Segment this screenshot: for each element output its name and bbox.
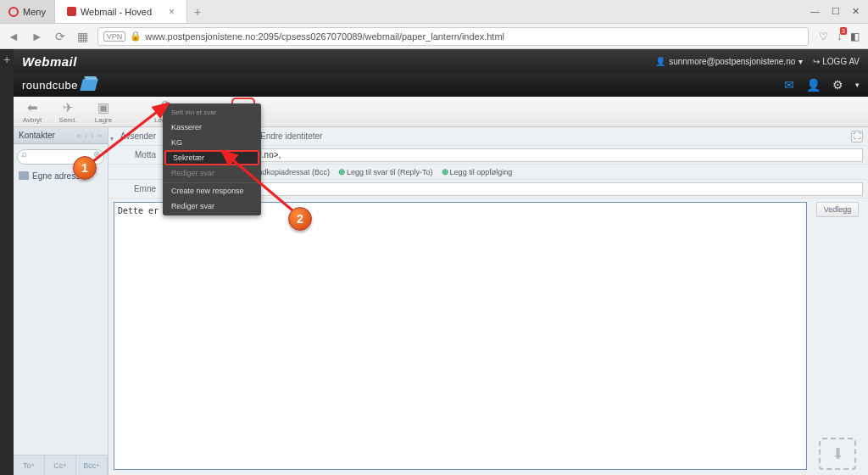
recipient-type-footer: To+ Cc+ Bcc+ bbox=[14, 455, 108, 475]
downloads-icon[interactable]: ↓3 bbox=[837, 31, 842, 42]
window-close-icon[interactable]: ✕ bbox=[852, 6, 860, 17]
lock-icon: 🔒 bbox=[130, 31, 142, 42]
subject-input[interactable] bbox=[163, 182, 863, 196]
browser-address-bar: ◄ ► ⟳ ▦ VPN 🔒 www.postpensjonistene.no:2… bbox=[0, 24, 868, 49]
window-minimize-icon[interactable]: — bbox=[810, 6, 820, 17]
browser-tab-bar: Meny Webmail - Hoved × + — ☐ ✕ bbox=[0, 0, 868, 24]
to-button[interactable]: To+ bbox=[14, 455, 45, 475]
cc-button[interactable]: Cc+ bbox=[45, 455, 76, 475]
opera-icon bbox=[8, 7, 19, 17]
logout-label: LOGG AV bbox=[822, 57, 860, 66]
contacts-sidebar: Kontakter « ‹ › » Egne adresser To+ Cc+ … bbox=[14, 127, 108, 475]
favicon-icon bbox=[67, 7, 76, 16]
opera-menu-button[interactable]: Meny bbox=[0, 0, 55, 23]
message-body-input[interactable]: Dette er bare en testme bbox=[114, 202, 807, 470]
annotation-bubble-2: 2 bbox=[288, 207, 312, 231]
send-icon: ✈ bbox=[63, 100, 74, 115]
webmail-logo: Webmail bbox=[22, 54, 77, 69]
add-replyto-link[interactable]: ⊕Legg til svar til (Reply-To) bbox=[338, 167, 433, 176]
contacts-title: Kontakter bbox=[19, 131, 55, 140]
annotation-bubble-1: 1 bbox=[73, 156, 97, 180]
dropdown-section-header: Sett inn et svar bbox=[163, 105, 261, 120]
user-email: sunnmore@postpensjonistene.no bbox=[669, 57, 795, 66]
tab-webmail[interactable]: Webmail - Hoved × bbox=[55, 0, 187, 23]
roundcube-logo: roundcube bbox=[22, 79, 78, 92]
speed-dial-icon[interactable]: ▦ bbox=[75, 30, 91, 43]
add-workspace-icon[interactable]: + bbox=[0, 53, 14, 66]
webmail-header: Webmail 👤 sunnmore@postpensjonistene.no … bbox=[14, 49, 868, 73]
send-button[interactable]: ✈Send. bbox=[56, 100, 80, 124]
sidebar-toggle-icon[interactable]: ◧ bbox=[850, 31, 860, 42]
url-text: www.postpensjonistene.no:2095/cpsess0267… bbox=[145, 31, 504, 42]
roundcube-header: roundcube ✉ 👤 ⚙ ▾ bbox=[14, 73, 868, 97]
cancel-button[interactable]: ⬅Avbryt bbox=[20, 100, 44, 124]
vpn-badge: VPN bbox=[103, 31, 126, 42]
response-item-sekretaer[interactable]: Sekretær bbox=[164, 150, 259, 165]
menu-label: Meny bbox=[23, 7, 46, 17]
tab-title: Webmail - Hoved bbox=[81, 7, 152, 17]
roundcube-cube-icon bbox=[80, 79, 98, 91]
contacts-nav-icons[interactable]: « ‹ › » bbox=[76, 131, 103, 140]
maximize-icon[interactable]: ⛶ bbox=[851, 131, 863, 142]
chevron-down-icon[interactable]: ▾ bbox=[855, 81, 860, 89]
bookmark-icon[interactable]: ♡ bbox=[819, 31, 828, 42]
attach-file-button[interactable]: Vedlegg bbox=[816, 202, 860, 217]
edit-responses-item[interactable]: Rediger svar bbox=[163, 198, 261, 214]
contacts-header: Kontakter « ‹ › » bbox=[14, 127, 108, 144]
addressbook-icon bbox=[19, 171, 29, 180]
user-icon: 👤 bbox=[655, 57, 665, 66]
contacts-icon[interactable]: 👤 bbox=[806, 78, 821, 92]
downloads-count: 3 bbox=[840, 27, 847, 35]
compose-toolbar: ⬅Avbryt ✈Send. ▣Lagre 📎Legg ved. ✎ ▤▾Sva… bbox=[14, 97, 868, 127]
responses-dropdown: Sett inn et svar Kasserer KG Sekretær Re… bbox=[163, 103, 261, 215]
nav-back-icon[interactable]: ◄ bbox=[5, 30, 22, 43]
add-followup-link[interactable]: ⊕Legg til oppfølging bbox=[442, 167, 513, 176]
create-response-item[interactable]: Create new response bbox=[163, 182, 261, 198]
response-item-kg[interactable]: KG bbox=[163, 135, 261, 150]
edit-identities-link[interactable]: ✎Endre identiteter bbox=[251, 131, 322, 141]
nav-forward-icon[interactable]: ► bbox=[29, 30, 46, 43]
settings-gear-icon[interactable]: ⚙ bbox=[832, 78, 843, 92]
to-input[interactable] bbox=[163, 148, 863, 162]
subject-label: Emne bbox=[134, 184, 156, 193]
save-icon: ▣ bbox=[97, 100, 109, 115]
response-item-kasserer[interactable]: Kasserer bbox=[163, 120, 261, 135]
to-label: Motta bbox=[135, 150, 156, 159]
window-maximize-icon[interactable]: ☐ bbox=[832, 6, 840, 17]
save-draft-button[interactable]: ▣Lagre bbox=[92, 100, 115, 124]
logout-icon: ↪ bbox=[813, 57, 820, 66]
new-tab-button[interactable]: + bbox=[187, 0, 208, 23]
opera-sidebar: + bbox=[0, 49, 14, 475]
edit-response-item[interactable]: Rediger svar bbox=[163, 165, 261, 181]
nav-reload-icon[interactable]: ⟳ bbox=[53, 30, 68, 43]
chevron-down-icon: ▾ bbox=[798, 57, 803, 66]
mail-icon[interactable]: ✉ bbox=[784, 78, 794, 92]
attachment-dropzone[interactable]: ⬇ bbox=[819, 438, 856, 470]
bcc-button[interactable]: Bcc+ bbox=[76, 455, 108, 475]
from-label: Avsender bbox=[120, 131, 156, 141]
tab-close-icon[interactable]: × bbox=[169, 6, 175, 18]
url-input[interactable]: VPN 🔒 www.postpensjonistene.no:2095/cpse… bbox=[97, 27, 809, 46]
user-menu[interactable]: 👤 sunnmore@postpensjonistene.no ▾ bbox=[655, 57, 803, 66]
back-arrow-icon: ⬅ bbox=[27, 100, 38, 115]
logout-button[interactable]: ↪ LOGG AV bbox=[813, 57, 860, 66]
